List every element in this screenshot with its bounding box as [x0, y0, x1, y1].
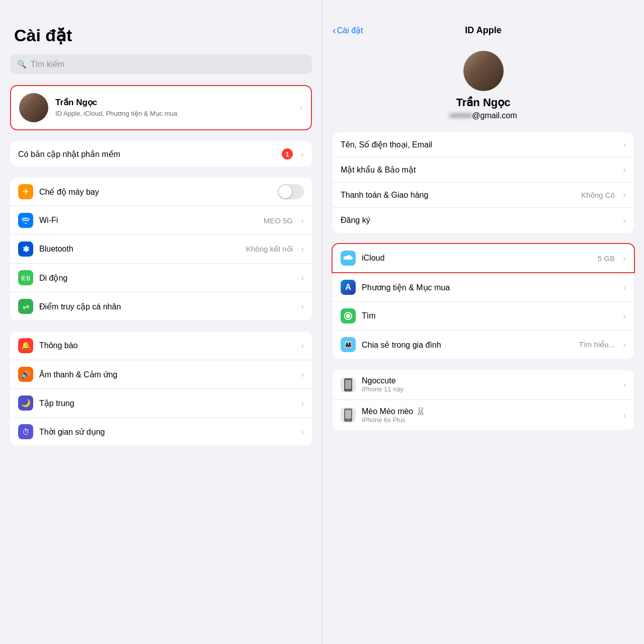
family-icon: 👨‍👩‍👧 — [341, 337, 356, 352]
media-purchases-row[interactable]: A Phương tiện & Mục mua › — [333, 273, 634, 302]
notifications-icon: 🔔 — [18, 338, 33, 353]
icloud-row[interactable]: iCloud 5 GB › — [332, 243, 635, 273]
svg-rect-6 — [345, 410, 351, 419]
svg-point-7 — [347, 419, 349, 421]
focus-icon: 🌙 — [18, 395, 33, 411]
svg-point-0 — [346, 314, 350, 318]
bluetooth-row[interactable]: ✱ Bluetooth Không kết nối › — [10, 235, 312, 264]
icloud-label: iCloud — [362, 254, 592, 263]
wifi-icon — [18, 213, 33, 228]
bluetooth-value: Không kết nối — [246, 245, 293, 254]
svg-rect-3 — [345, 380, 351, 389]
focus-label: Tập trung — [39, 398, 295, 408]
profile-card[interactable]: Trần Ngọc ID Apple, iCloud, Phương tiện … — [10, 85, 312, 130]
chevron-right-icon: › — [623, 253, 626, 264]
family-label: Chia sẻ trong gia đình — [362, 340, 573, 350]
svg-rect-8 — [347, 409, 350, 410]
iphone6s-icon — [341, 408, 356, 423]
chevron-right-icon: › — [623, 139, 626, 150]
chevron-right-icon: › — [301, 301, 304, 312]
device-ngoccute-info: Ngoccute iPhone 11 này — [362, 376, 617, 393]
device-ngoccute-model: iPhone 11 này — [362, 385, 617, 393]
chevron-right-icon: › — [623, 215, 626, 226]
device-meomeo-info: Mèo Mèo mèo 🐰 iPhone 6s Plus — [362, 407, 617, 424]
software-update-label: Có bản cập nhật phần mềm — [18, 149, 276, 159]
section-connectivity: ✈ Chế độ máy bay Wi-Fi MEO 5G › ✱ Blueto… — [10, 178, 312, 320]
chevron-right-icon: › — [301, 427, 304, 437]
airplane-mode-row[interactable]: ✈ Chế độ máy bay — [10, 178, 312, 206]
focus-row[interactable]: 🌙 Tập trung › — [10, 389, 312, 418]
section-devices: Ngoccute iPhone 11 này › Mèo Mèo mèo 🐰 i… — [333, 370, 634, 430]
chevron-right-icon: › — [301, 273, 304, 283]
chevron-right-icon: › — [623, 340, 626, 350]
right-profile-section: Trần Ngọc ••••••••@gmail.com — [333, 51, 634, 120]
chevron-right-icon: › — [623, 410, 626, 421]
hotspot-label: Điểm truy cập cá nhân — [39, 302, 295, 311]
mobile-row[interactable]: ((·)) Di động › — [10, 264, 312, 292]
device-meomeo-row[interactable]: Mèo Mèo mèo 🐰 iPhone 6s Plus › — [333, 400, 634, 430]
chevron-right-icon: › — [623, 190, 626, 200]
sounds-row[interactable]: 🔊 Âm thanh & Cảm ứng › — [10, 360, 312, 389]
device-meomeo-model: iPhone 6s Plus — [362, 416, 617, 424]
search-bar[interactable]: 🔍 Tìm kiếm — [10, 54, 312, 74]
email-suffix: @gmail.com — [472, 111, 517, 120]
icloud-value: 5 GB — [598, 254, 615, 263]
family-sharing-row[interactable]: 👨‍👩‍👧 Chia sẻ trong gia đình Tìm hiểu...… — [333, 331, 634, 359]
section-account: Tên, Số điện thoại, Email › Mật khẩu & B… — [333, 132, 634, 233]
chevron-right-icon: › — [301, 398, 304, 409]
subscription-label: Đăng ký — [341, 216, 617, 225]
airplane-toggle[interactable] — [278, 184, 304, 199]
right-header: ‹ Cài đặt ID Apple — [333, 25, 634, 36]
icloud-icon — [341, 251, 356, 266]
password-security-row[interactable]: Mật khẩu & Bảo mật › — [333, 157, 634, 183]
right-avatar — [463, 51, 504, 91]
svg-point-4 — [348, 389, 349, 390]
avatar — [19, 93, 48, 122]
subscription-row[interactable]: Đăng ký › — [333, 208, 634, 233]
appstore-icon: A — [341, 280, 356, 295]
payment-label: Thanh toán & Giao hàng — [341, 191, 575, 200]
device-ngoccute-name: Ngoccute — [362, 376, 617, 385]
profile-subtitle: ID Apple, iCloud, Phương tiện & Mục mua — [55, 109, 293, 118]
payment-value: Không Có — [581, 191, 615, 199]
page-title: Cài đặt — [10, 25, 312, 45]
chevron-right-icon: › — [301, 215, 304, 226]
bluetooth-icon: ✱ — [18, 242, 33, 257]
device-meomeo-name: Mèo Mèo mèo 🐰 — [362, 407, 617, 416]
sounds-label: Âm thanh & Cảm ứng — [39, 370, 295, 379]
notifications-label: Thông báo — [39, 341, 295, 350]
name-phone-label: Tên, Số điện thoại, Email — [341, 140, 617, 149]
airplane-label: Chế độ máy bay — [39, 187, 272, 197]
sounds-icon: 🔊 — [18, 367, 33, 382]
payment-shipping-row[interactable]: Thanh toán & Giao hàng Không Có › — [333, 183, 634, 208]
screentime-row[interactable]: ⏱ Thời gian sử dụng › — [10, 418, 312, 446]
search-icon: 🔍 — [17, 60, 27, 69]
chevron-right-icon: › — [623, 311, 626, 321]
right-profile-email: ••••••••@gmail.com — [450, 111, 517, 120]
find-label: Tìm — [362, 311, 617, 320]
back-button[interactable]: ‹ Cài đặt — [333, 25, 363, 36]
iphone11-icon — [341, 377, 356, 392]
profile-name: Trần Ngọc — [55, 97, 293, 108]
software-update-row[interactable]: Có bản cập nhật phần mềm 1 › — [10, 141, 312, 167]
mobile-label: Di động — [39, 273, 295, 283]
wifi-row[interactable]: Wi-Fi MEO 5G › — [10, 206, 312, 235]
password-label: Mật khẩu & Bảo mật — [341, 165, 617, 175]
hotspot-row[interactable]: ⇌ Điểm truy cập cá nhân › — [10, 292, 312, 320]
name-phone-email-row[interactable]: Tên, Số điện thoại, Email › — [333, 132, 634, 157]
chevron-right-icon: › — [623, 282, 626, 293]
chevron-right-icon: › — [301, 341, 304, 351]
device-ngoccute-row[interactable]: Ngoccute iPhone 11 này › — [333, 370, 634, 400]
profile-info: Trần Ngọc ID Apple, iCloud, Phương tiện … — [55, 97, 293, 118]
hotspot-icon: ⇌ — [18, 299, 33, 314]
section-services: iCloud 5 GB › A Phương tiện & Mục mua › … — [333, 243, 634, 359]
bluetooth-label: Bluetooth — [39, 245, 240, 254]
update-badge: 1 — [282, 148, 293, 159]
chevron-right-icon: › — [623, 379, 626, 390]
mobile-icon: ((·)) — [18, 270, 33, 285]
notifications-row[interactable]: 🔔 Thông báo › — [10, 332, 312, 360]
chevron-right-icon: › — [300, 103, 303, 113]
find-my-row[interactable]: Tìm › — [333, 302, 634, 331]
right-page-title: ID Apple — [465, 25, 501, 36]
airplane-icon: ✈ — [18, 184, 33, 199]
